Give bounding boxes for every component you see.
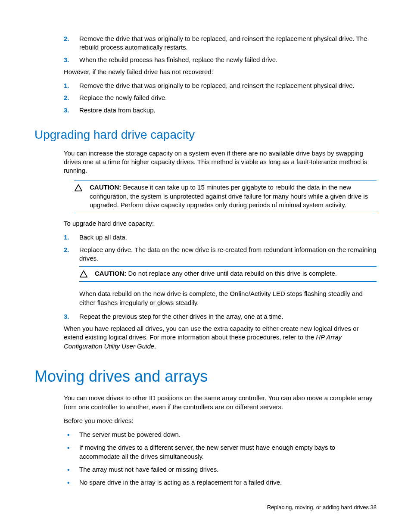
upgrade-intro: You can increase the storage capacity on… [64,149,377,175]
bullet-text: If moving the drives to a different serv… [79,444,335,460]
bullet-item: No spare drive in the array is acting as… [64,478,377,487]
list-text: Replace the newly failed drive. [79,94,167,101]
after-all-text-2: . [154,342,156,350]
list-item: 2. Replace any drive. The data on the ne… [64,246,377,307]
caution-triangle-icon [74,183,90,192]
page: 2. Remove the drive that was originally … [0,0,411,532]
list-item: 3. Restore data from backup. [64,106,377,115]
bullet-text: No spare drive in the array is acting as… [79,479,282,486]
list-item: 3. Repeat the previous step for the othe… [64,312,377,321]
list-text: Repeat the previous step for the other d… [79,313,283,320]
caution-text: CAUTION: Do not replace any other drive … [95,269,377,278]
list-number: 2. [64,93,69,102]
caution-text: CAUTION: Because it can take up to 15 mi… [90,183,377,209]
list-number: 1. [64,81,69,90]
caution-body: Do not replace any other drive until dat… [126,270,337,277]
list-text: When the rebuild process has finished, r… [79,56,277,63]
caution-box-2: CAUTION: Do not replace any other drive … [79,266,377,282]
list-item: 2. Replace the newly failed drive. [64,93,377,102]
bullet-item: If moving the drives to a different serv… [64,443,377,461]
top-ordered-list: 2. Remove the drive that was originally … [64,34,377,64]
list-item: 3. When the rebuild process has finished… [64,56,377,64]
list-item: 1. Back up all data. [64,233,377,242]
list-item: 1. Remove the drive that was originally … [64,81,377,90]
however-ordered-list: 1. Remove the drive that was originally … [64,81,377,115]
rebuild-complete-text: When data rebuild on the new drive is co… [79,289,377,307]
moving-lead: Before you move drives: [64,417,377,425]
list-item: 2. Remove the drive that was originally … [64,34,377,52]
moving-bullets: The server must be powered down. If movi… [64,430,377,487]
list-text: Replace any drive. The data on the new d… [79,246,376,262]
after-all-paragraph: When you have replaced all drives, you c… [64,324,377,351]
upgrade-steps-list: 1. Back up all data. 2. Replace any driv… [64,233,377,321]
caution-box-1: CAUTION: Because it can take up to 15 mi… [74,180,377,213]
top-content: 2. Remove the drive that was originally … [64,34,377,115]
after-all-text-1: When you have replaced all drives, you c… [64,325,359,341]
list-number: 2. [64,246,69,254]
list-number: 3. [64,56,69,64]
list-text: Restore data from backup. [79,106,156,114]
caution-label: CAUTION: [95,270,126,277]
page-footer: Replacing, moving, or adding hard drives… [267,504,377,511]
moving-intro: You can move drives to other ID position… [64,394,377,411]
moving-content: You can move drives to other ID position… [64,394,377,487]
caution-label: CAUTION: [90,184,121,191]
moving-heading: Moving drives and arrays [34,366,377,387]
bullet-item: The server must be powered down. [64,430,377,439]
list-text: Back up all data. [79,233,127,241]
list-number: 3. [64,312,69,321]
list-text: Remove the drive that was originally to … [79,82,355,89]
bullet-item: The array must not have failed or missin… [64,465,377,474]
list-number: 3. [64,106,69,115]
upgrade-content: You can increase the storage capacity on… [64,149,377,351]
list-text: Remove the drive that was originally to … [79,35,367,51]
bullet-text: The array must not have failed or missin… [79,466,218,473]
bullet-text: The server must be powered down. [79,431,181,438]
however-paragraph: However, if the newly failed drive has n… [64,68,377,76]
list-number: 2. [64,34,69,43]
caution-body: Because it can take up to 15 minutes per… [90,184,368,208]
upgrade-lead: To upgrade hard drive capacity: [64,219,377,228]
upgrading-heading: Upgrading hard drive capacity [34,127,377,143]
caution-triangle-icon [79,269,95,278]
list-number: 1. [64,233,69,242]
